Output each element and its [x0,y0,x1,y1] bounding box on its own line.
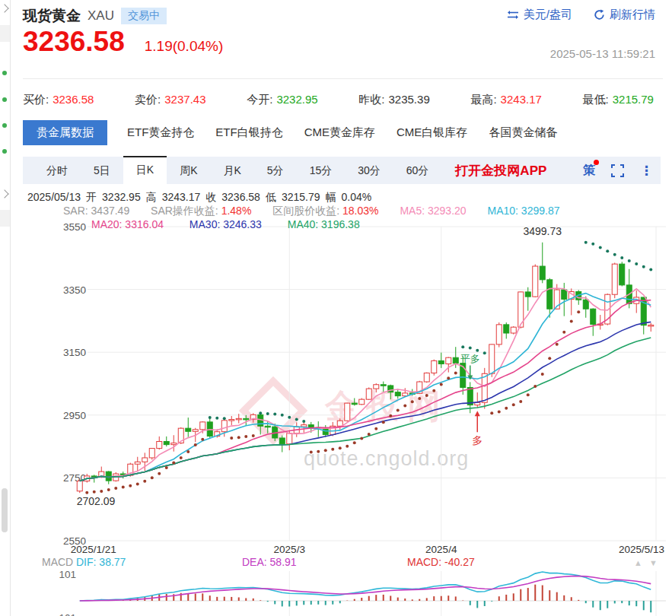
period-tab-5d[interactable]: 5日 [81,157,123,184]
stat-prev-close: 昨收:3235.39 [358,93,429,107]
svg-text:3350: 3350 [63,284,86,296]
period-tab-weekly-k[interactable]: 周K [167,157,210,184]
macd-value: MACD: -40.27 [407,556,475,568]
stat-high: 最高:3243.17 [470,93,541,107]
svg-text:2025/5/13: 2025/5/13 [619,544,664,555]
stat-ask: 卖价:3237.43 [135,93,205,107]
list-row-fragment [0,210,10,227]
stat-low: 最低:3215.79 [583,93,654,107]
sar-dots [85,241,652,494]
period-tab-monthly-k[interactable]: 月K [210,157,253,184]
tab-cme-silver[interactable]: CME白银库存 [395,120,469,145]
tab-gold-reserves[interactable]: 各国黄金储备 [487,120,559,145]
svg-text:3150: 3150 [63,347,86,358]
tab-cme-gold[interactable]: CME黄金库存 [303,120,377,145]
triangle-up-icon[interactable]: ▲ [634,558,642,567]
tab-precious-metal-data[interactable]: 贵金属数据 [23,120,107,145]
ma-lines [80,288,651,481]
list-row-fragment [0,25,10,42]
ma10-value: MA10: 3299.87 [487,205,559,217]
chart-period-bar: 分时 5日 日K 周K 月K 5分 15分 30分 60分 打开金投网APP 策… [23,157,661,184]
kebab-menu-icon[interactable]: ⋮ [640,163,653,179]
range-profit: 区间股价收益: 18.03% [272,205,378,217]
ma5-value: MA5: 3293.20 [400,205,466,217]
green-bullet-icon [2,71,7,75]
ma20-value: MA20: 3316.04 [91,218,164,230]
period-tab-15m[interactable]: 15分 [297,157,346,184]
candles [77,243,654,493]
green-bullet-icon [2,97,7,102]
triangle-down-icon[interactable]: ▼ [649,558,658,567]
tab-etf-silver[interactable]: ETF白银持仓 [214,120,284,145]
fullscreen-icon[interactable] [611,164,624,177]
green-bullet-icon [2,149,7,154]
sar-value: SAR: 3437.49 [63,205,129,217]
refresh-icon [594,9,605,21]
tab-etf-gold[interactable]: ETF黄金持仓 [126,120,196,145]
indicator-readout-2: MA20: 3316.04 MA30: 3246.33 MA40: 3196.3… [91,218,383,230]
svg-text:多: 多 [472,434,483,446]
ma40-value: MA40: 3196.38 [288,218,360,230]
svg-text:平多: 平多 [460,353,480,364]
period-tab-30m[interactable]: 30分 [345,157,393,184]
svg-text:2025/1/21: 2025/1/21 [71,544,116,555]
dif-value: DIF: 38.77 [76,556,126,568]
left-edge-panel [0,0,11,616]
svg-text:2702.09: 2702.09 [77,495,116,507]
notification-dot-icon [594,160,599,165]
svg-text:2025/3: 2025/3 [274,544,305,555]
stat-open: 今开:3232.95 [247,93,317,107]
ohlc-readout: 2025/05/13开3232.95高3243.17收3236.58低3215.… [27,191,377,205]
chevron-right-icon [0,4,8,12]
svg-text:2025/4: 2025/4 [425,544,457,555]
quote-timestamp: 2025-05-13 11:59:21 [550,47,655,60]
data-nav-tabs: 贵金属数据 ETF黄金持仓 ETF白银持仓 CME黄金库存 CME白银库存 各国… [23,120,559,145]
price-change: 1.19(0.04%) [145,38,224,55]
unit-toggle-button[interactable]: 美元/盎司 [507,8,572,22]
stats-row: 买价:3236.58 卖价:3237.43 今开:3232.95 昨收:3235… [23,93,654,107]
svg-text:3550: 3550 [63,221,86,233]
strategy-icon[interactable]: 策 [583,163,595,179]
macd-pane-label: MACD [42,556,73,568]
chevron-right-icon [0,189,8,198]
svg-text:-101: -101 [56,612,76,616]
indicator-readout-1: SAR: 3437.49 SAR操作收益: 1.48% 区间股价收益: 18.0… [63,205,578,218]
instrument-symbol: XAU [88,8,114,24]
period-tab-daily-k[interactable]: 日K [123,156,167,185]
macd-pane: 101-101 [56,569,666,616]
refresh-label: 刷新行情 [610,8,655,22]
unit-toggle-label: 美元/盎司 [524,8,572,22]
quote-panel: 现货黄金 XAU 交易中 美元/盎司 刷新行情 3236.58 1.19(0.0… [10,0,672,616]
refresh-button[interactable]: 刷新行情 [594,8,655,22]
open-app-link[interactable]: 打开金投网APP [455,162,546,179]
sar-profit: SAR操作收益: 1.48% [151,205,251,217]
green-bullet-icon [2,123,7,128]
instrument-title: 现货黄金 [23,6,81,26]
period-tab-5m[interactable]: 5分 [254,157,297,184]
svg-text:2950: 2950 [63,410,86,421]
divider [23,78,663,79]
svg-text:101: 101 [59,569,76,580]
stat-bid: 买价:3236.58 [23,93,94,107]
candlestick-chart[interactable]: 3550335031502950275025502025/1/212025/32… [10,187,672,616]
dea-value: DEA: 58.91 [242,556,297,568]
swap-arrows-icon [507,10,519,20]
period-tab-60m[interactable]: 60分 [393,157,442,184]
scrollbar-thumb[interactable] [2,488,8,532]
current-price: 3236.58 [23,26,125,58]
ma30-value: MA30: 3246.33 [189,218,262,230]
kline-chart-area: 金投网 quote.cngold.org 2025/05/13开3232.95高… [10,187,672,616]
status-badge: 交易中 [121,8,167,24]
period-tab-time[interactable]: 分时 [33,157,81,184]
instrument-header: 现货黄金 XAU 交易中 [23,6,167,26]
svg-text:3499.73: 3499.73 [523,225,562,237]
